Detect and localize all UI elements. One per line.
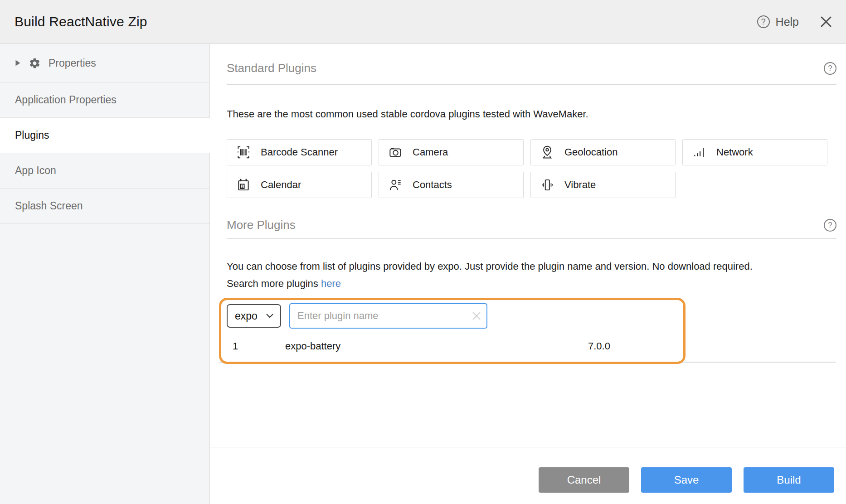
more-plugins-help-icon[interactable]: ? bbox=[824, 219, 836, 232]
contacts-icon bbox=[387, 177, 404, 193]
sidebar-item-label: App Icon bbox=[15, 165, 56, 177]
selected-plugin-row: 1 expo-battery 7.0.0 bbox=[227, 330, 683, 362]
calendar-icon: 1 bbox=[235, 177, 252, 193]
chevron-down-icon bbox=[266, 314, 273, 318]
sidebar-item-splash-screen[interactable]: Splash Screen bbox=[0, 189, 209, 224]
sidebar-item-plugins[interactable]: Plugins bbox=[0, 118, 209, 153]
sidebar-item-label: Properties bbox=[49, 57, 96, 69]
sidebar-item-label: Application Properties bbox=[15, 94, 117, 106]
plugin-serial: 1 bbox=[233, 340, 285, 352]
provider-select[interactable]: expo bbox=[227, 304, 281, 328]
more-plugins-title: More Plugins bbox=[227, 218, 296, 232]
sidebar-item-app-icon[interactable]: App Icon bbox=[0, 153, 209, 189]
help-button[interactable]: Help bbox=[776, 15, 799, 29]
plugin-entry-highlight-box: expo bbox=[219, 298, 686, 364]
plugin-card-vibrate[interactable]: Vibrate bbox=[530, 172, 676, 198]
svg-text:1: 1 bbox=[241, 184, 243, 189]
plugin-card-barcode-scanner[interactable]: Barcode Scanner bbox=[227, 139, 372, 165]
standard-plugins-grid: Barcode Scanner Camera bbox=[227, 139, 836, 198]
sidebar-item-label: Plugins bbox=[15, 129, 49, 141]
sidebar-item-application-properties[interactable]: Application Properties bbox=[0, 82, 209, 118]
standard-plugins-title: Standard Plugins bbox=[227, 61, 316, 75]
plugin-card-label: Geolocation bbox=[564, 146, 617, 158]
cancel-button[interactable]: Cancel bbox=[539, 467, 629, 493]
plugin-name: expo-battery bbox=[285, 340, 588, 352]
plugin-card-label: Calendar bbox=[261, 179, 301, 191]
search-more-plugins-link[interactable]: here bbox=[321, 278, 341, 289]
standard-plugins-description: These are the most common used stable co… bbox=[227, 106, 836, 123]
more-plugins-description: You can choose from list of plugins prov… bbox=[227, 258, 836, 292]
plugin-version: 7.0.0 bbox=[588, 340, 610, 352]
standard-plugins-help-icon[interactable]: ? bbox=[824, 62, 836, 75]
help-icon[interactable]: ? bbox=[757, 15, 770, 28]
caret-right-icon[interactable] bbox=[15, 59, 21, 67]
sidebar-item-properties[interactable]: Properties bbox=[0, 44, 209, 82]
dialog-title: Build ReactNative Zip bbox=[15, 14, 147, 29]
plugin-card-label: Network bbox=[716, 146, 753, 158]
sidebar: Properties Application Properties Plugin… bbox=[0, 44, 210, 504]
provider-select-value: expo bbox=[235, 310, 258, 322]
plugin-card-label: Camera bbox=[413, 146, 448, 158]
build-button[interactable]: Build bbox=[744, 467, 834, 493]
dialog-header: Build ReactNative Zip ? Help bbox=[0, 0, 846, 44]
barcode-icon bbox=[235, 144, 252, 160]
camera-icon bbox=[387, 144, 404, 160]
network-icon bbox=[691, 144, 707, 160]
gear-icon bbox=[29, 57, 41, 69]
sidebar-item-label: Splash Screen bbox=[15, 200, 83, 212]
geolocation-icon bbox=[539, 144, 555, 160]
plugin-card-calendar[interactable]: 1 Calendar bbox=[227, 172, 372, 198]
vibrate-icon bbox=[539, 177, 555, 193]
plugin-card-label: Barcode Scanner bbox=[261, 146, 338, 158]
section-divider bbox=[227, 238, 836, 239]
plugin-card-contacts[interactable]: Contacts bbox=[379, 172, 524, 198]
plugins-panel: Standard Plugins ? These are the most co… bbox=[210, 44, 846, 447]
plugin-card-geolocation[interactable]: Geolocation bbox=[530, 139, 676, 165]
clear-input-icon[interactable] bbox=[471, 310, 482, 321]
plugin-card-label: Vibrate bbox=[564, 179, 596, 191]
plugin-card-label: Contacts bbox=[413, 179, 452, 191]
plugin-card-camera[interactable]: Camera bbox=[379, 139, 524, 165]
section-divider bbox=[227, 84, 836, 85]
dialog-footer: Cancel Save Build bbox=[210, 447, 846, 504]
plugin-name-input[interactable] bbox=[289, 303, 487, 329]
close-icon[interactable] bbox=[820, 15, 832, 28]
build-reactnative-dialog: Build ReactNative Zip ? Help bbox=[0, 0, 846, 504]
save-button[interactable]: Save bbox=[641, 467, 732, 493]
plugin-card-network[interactable]: Network bbox=[682, 139, 827, 165]
